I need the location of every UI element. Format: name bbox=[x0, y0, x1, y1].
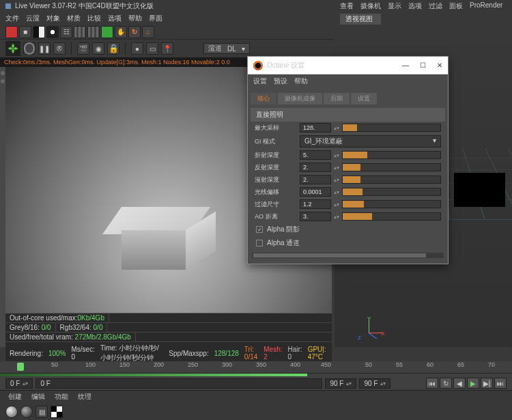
next-frame-button[interactable]: ▶| bbox=[481, 378, 493, 389]
octane-logo-icon[interactable] bbox=[5, 41, 20, 56]
spinner-icon[interactable]: ▴▾ bbox=[334, 165, 339, 171]
tab-settings[interactable]: 设置 bbox=[351, 93, 377, 104]
rmenu-options[interactable]: 选项 bbox=[408, 1, 422, 11]
region-icon[interactable]: ® bbox=[53, 42, 66, 55]
menu-material[interactable]: 材质 bbox=[67, 14, 81, 23]
gi-mode-select[interactable]: GI_环境遮蔽▾ bbox=[300, 135, 441, 148]
rmenu-camera[interactable]: 摄像机 bbox=[360, 1, 381, 11]
perspective-tab[interactable]: 透视视图 bbox=[340, 14, 381, 25]
material-stack-icon[interactable]: ▤ bbox=[35, 406, 48, 418]
rmenu-panel[interactable]: 面板 bbox=[449, 1, 463, 11]
green-dot-icon[interactable] bbox=[101, 26, 113, 38]
rmenu-display[interactable]: 显示 bbox=[388, 1, 401, 11]
play-button[interactable]: ▶ bbox=[467, 378, 479, 389]
alpha-shadow-checkbox[interactable]: ✓ bbox=[256, 226, 263, 233]
menu-interface[interactable]: 界面 bbox=[149, 14, 162, 23]
dlg-menu-settings[interactable]: 设置 bbox=[253, 76, 267, 86]
menu-help[interactable]: 帮助 bbox=[128, 14, 142, 23]
picker-icon[interactable]: ▭ bbox=[146, 42, 158, 55]
filter-input[interactable]: 1.2 bbox=[300, 199, 331, 209]
spinner-icon[interactable]: ▴▾ bbox=[334, 177, 339, 183]
goto-end-button[interactable]: ⏭ bbox=[494, 378, 507, 389]
pause-icon[interactable]: ❚❚ bbox=[38, 42, 51, 55]
frame-start-field[interactable]: 0 F▴▾ bbox=[5, 378, 33, 389]
axis-x-label: X bbox=[381, 331, 384, 337]
strip-dot[interactable] bbox=[1, 71, 5, 75]
dialog-scrollbar[interactable] bbox=[252, 253, 444, 258]
exposure-icon[interactable] bbox=[46, 26, 59, 38]
levels-icon[interactable]: ☷ bbox=[60, 26, 72, 38]
ray-eps-input[interactable]: 0.0001 bbox=[300, 187, 331, 197]
spec-depth-input[interactable]: 5. bbox=[300, 150, 331, 160]
diff-depth-input[interactable]: 2. bbox=[300, 163, 331, 172]
strip-dot[interactable] bbox=[1, 79, 5, 83]
menu-compare[interactable]: 比较 bbox=[87, 14, 101, 23]
menu-object[interactable]: 对象 bbox=[46, 14, 60, 23]
spinner-icon[interactable]: ▴▾ bbox=[334, 201, 339, 208]
spinner-icon[interactable]: ▴▾ bbox=[334, 189, 339, 195]
material-bar: ▤ bbox=[0, 404, 512, 420]
frame-current-field[interactable]: 0 F bbox=[35, 378, 322, 389]
rmenu-view[interactable]: 查看 bbox=[340, 1, 354, 11]
material-swatch-dark[interactable] bbox=[20, 406, 33, 418]
reload-icon[interactable] bbox=[23, 42, 35, 55]
dialog-titlebar[interactable]: Octane 设置 — ☐ ✕ bbox=[248, 57, 448, 74]
minimize-button[interactable]: — bbox=[402, 61, 409, 69]
timeline-ruler[interactable]: 0 50 100 150 200 250 300 350 400 450 50 … bbox=[0, 361, 512, 374]
refresh-icon[interactable]: ↻ bbox=[128, 26, 141, 38]
diff-depth-slider[interactable] bbox=[342, 163, 441, 171]
record-icon[interactable] bbox=[5, 26, 18, 38]
material-checker-icon[interactable] bbox=[51, 406, 63, 418]
lock-icon[interactable]: 🔒 bbox=[107, 42, 119, 55]
ray-eps-slider[interactable] bbox=[342, 188, 441, 196]
max-samples-input[interactable]: 128. bbox=[300, 123, 331, 132]
glossy-depth-slider[interactable] bbox=[342, 176, 441, 184]
dlg-menu-presets[interactable]: 预设 bbox=[274, 76, 287, 86]
tab-camera-imager[interactable]: 摄像机成像 bbox=[278, 93, 322, 104]
frame-box1[interactable]: 90 F▴▾ bbox=[325, 378, 356, 389]
spinner-icon[interactable]: ▴▾ bbox=[334, 152, 339, 158]
glossy-depth-input[interactable]: 2. bbox=[300, 175, 331, 184]
filter-slider[interactable] bbox=[342, 200, 441, 208]
material-swatch[interactable] bbox=[5, 406, 18, 418]
max-samples-slider[interactable] bbox=[342, 124, 441, 132]
rmenu-prorender[interactable]: ProRender bbox=[470, 1, 502, 11]
aperture-icon[interactable]: ◉ bbox=[92, 42, 104, 55]
contrast-icon[interactable] bbox=[33, 26, 45, 38]
stop-icon[interactable]: ■ bbox=[19, 26, 31, 38]
spinner-icon[interactable]: ▴▾ bbox=[334, 125, 339, 131]
menu-cloud[interactable]: 云渲 bbox=[26, 14, 40, 23]
spec-depth-slider[interactable] bbox=[342, 151, 441, 159]
menu-options[interactable]: 选项 bbox=[108, 14, 122, 23]
hand-icon[interactable]: ✋ bbox=[115, 26, 127, 38]
prev-frame-button[interactable]: ↻ bbox=[440, 378, 452, 389]
alpha-channel-row: Alpha 通道 bbox=[251, 236, 445, 250]
tab-kernel[interactable]: 核心 bbox=[251, 93, 276, 104]
goto-start-button[interactable]: ⏮ bbox=[426, 378, 438, 389]
channel-select[interactable]: 渲道 DL ▾ bbox=[203, 43, 250, 54]
play-back-button[interactable]: ◀ bbox=[453, 378, 466, 389]
frame-end-field[interactable]: 90 F▴▾ bbox=[359, 378, 390, 389]
tab-post[interactable]: 后期 bbox=[324, 93, 350, 104]
menu-file[interactable]: 文件 bbox=[5, 14, 19, 23]
dlg-menu-help[interactable]: 帮助 bbox=[294, 76, 308, 86]
scrollbar-thumb[interactable] bbox=[253, 253, 426, 257]
maximize-button[interactable]: ☐ bbox=[420, 61, 426, 69]
ao-dist-slider[interactable] bbox=[342, 212, 441, 221]
tab-create[interactable]: 创建 bbox=[8, 392, 22, 402]
tab-function[interactable]: 功能 bbox=[55, 392, 68, 402]
grid-icon[interactable] bbox=[74, 26, 86, 38]
alpha-channel-checkbox[interactable] bbox=[256, 240, 263, 247]
close-button[interactable]: ✕ bbox=[437, 61, 442, 69]
tab-edit[interactable]: 编辑 bbox=[31, 392, 45, 402]
spinner-icon[interactable]: ▴▾ bbox=[334, 214, 339, 220]
tab-texture[interactable]: 纹理 bbox=[78, 392, 91, 402]
sphere-icon[interactable]: ● bbox=[131, 42, 143, 55]
pin-icon[interactable]: 📍 bbox=[161, 42, 173, 55]
timeline: 0 50 100 150 200 250 300 350 400 450 50 … bbox=[0, 361, 512, 387]
clapper-icon[interactable]: 🎬 bbox=[77, 42, 89, 55]
rmenu-filter[interactable]: 过滤 bbox=[429, 1, 442, 11]
home-icon[interactable]: ⌂ bbox=[142, 26, 154, 38]
grid2-icon[interactable] bbox=[87, 26, 100, 38]
ao-dist-input[interactable]: 3. bbox=[300, 212, 331, 221]
